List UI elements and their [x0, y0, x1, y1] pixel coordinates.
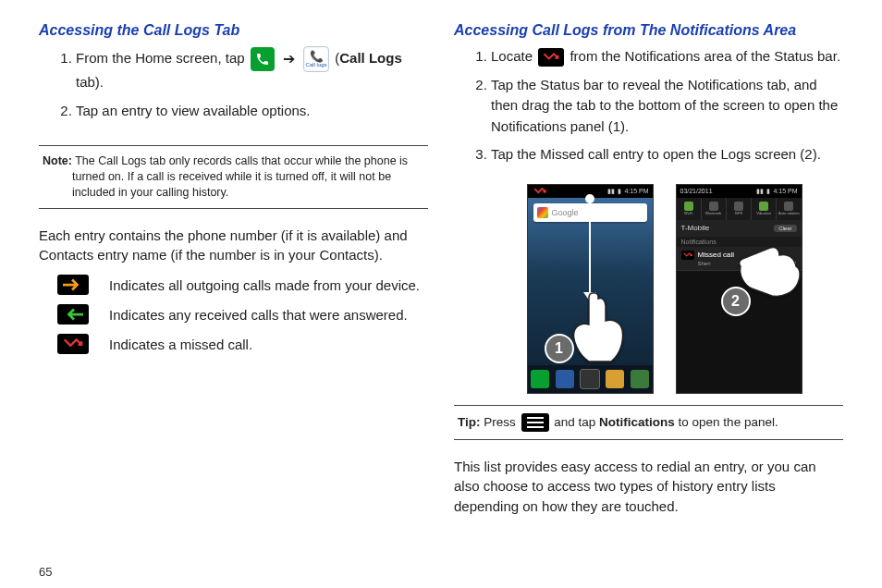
clear-button-mock: Clear: [774, 225, 796, 232]
toggle-autorotate: Auto rotation: [777, 198, 801, 220]
status-signal-icon: ▮▮: [607, 188, 615, 195]
status-missed-icon: [533, 187, 546, 196]
status-time-1: 4:15 PM: [624, 188, 648, 194]
divider: [454, 439, 843, 440]
legend-missed-text: Indicates a missed call.: [109, 334, 252, 354]
menu-hardkey-icon: [521, 413, 549, 432]
legend-received-text: Indicates any received calls that were a…: [109, 304, 408, 325]
dock-messaging-icon: [606, 370, 624, 388]
right-final-para: This list provides easy access to redial…: [454, 457, 843, 517]
step1-pre: From the Home screen, tap: [76, 50, 249, 66]
toggle-vibration: Vibration: [752, 198, 777, 220]
tip-mid: and tap: [551, 414, 600, 428]
left-para1: Each entry contains the phone number (if…: [39, 226, 428, 266]
left-steps-list: From the Home screen, tap ➔ 📞 Call logs …: [39, 46, 428, 129]
tip-block: Tip: Press and tap Notifications to open…: [454, 413, 843, 432]
left-step-2: Tap an entry to view available options.: [76, 101, 428, 122]
step1-post2: tab).: [76, 74, 104, 90]
legend-outgoing-text: Indicates all outgoing calls made from y…: [109, 275, 420, 295]
note-block: Note: The Call Logs tab only records cal…: [39, 153, 428, 201]
left-section-title: Accessing the Call Logs Tab: [39, 22, 428, 39]
note-body: turned on. If a call is received while i…: [43, 169, 424, 201]
missed-call-icon: [57, 334, 89, 354]
tip-bold: Notifications: [599, 414, 675, 428]
right-step-2: Tap the Status bar to reveal the Notific…: [491, 75, 843, 138]
left-column: Accessing the Call Logs Tab From the Hom…: [26, 22, 441, 579]
google-search-placeholder: Google: [552, 208, 579, 217]
status-bar-2: 03/21/2011 ▮▮ ▮ 4:15 PM: [677, 185, 802, 198]
toggle-gps: GPS: [727, 198, 752, 220]
legend-received: Indicates any received calls that were a…: [39, 304, 428, 325]
divider: [454, 405, 843, 406]
status-time-2: 4:15 PM: [773, 188, 797, 194]
carrier-label: T-Mobile: [681, 224, 710, 232]
figure-badge-1: 1: [545, 334, 574, 363]
note-label: Note:: [43, 154, 72, 167]
phone-screenshot-1: ▮▮ ▮ 4:15 PM Google: [527, 184, 654, 394]
note-first-line: The Call Logs tab only records calls tha…: [72, 154, 408, 167]
entry-missed-icon: [681, 251, 694, 260]
right-step-3: Tap the Missed call entry to open the Lo…: [491, 144, 843, 165]
left-step-1: From the Home screen, tap ➔ 📞 Call logs …: [76, 46, 428, 93]
legend-missed: Indicates a missed call.: [39, 334, 428, 354]
right-section-title: Accessing Call Logs from The Notificatio…: [454, 22, 843, 39]
page-number: 65: [39, 556, 428, 579]
carrier-row: T-Mobile Clear: [677, 220, 802, 237]
missed-sub-left: Sheri: [698, 261, 711, 266]
right-column: Accessing Call Logs from The Notificatio…: [441, 22, 856, 579]
manual-page: Accessing the Call Logs Tab From the Hom…: [0, 0, 882, 588]
toggle-bluetooth: Bluetooth: [702, 198, 727, 220]
call-logs-icon: 📞 Call logs: [303, 46, 329, 72]
phone-screenshot-2: 03/21/2011 ▮▮ ▮ 4:15 PM Wi-Fi Bluetooth …: [676, 184, 802, 394]
status-signal-icon: ▮▮: [756, 188, 764, 195]
missed-title: Missed call: [698, 251, 735, 259]
missed-call-status-icon: [538, 48, 564, 67]
arrow-right-icon: ➔: [283, 51, 295, 67]
figure-badge-2: 2: [721, 287, 751, 316]
received-call-icon: [57, 304, 89, 325]
right-steps-list: Locate from the Notifications area of th…: [454, 46, 843, 173]
rstep1-post: from the Notifications area of the Statu…: [570, 48, 840, 64]
divider: [39, 208, 428, 209]
dock-phone-icon: [531, 370, 549, 388]
outgoing-call-icon: [57, 275, 89, 295]
right-step-1: Locate from the Notifications area of th…: [491, 46, 843, 67]
divider: [39, 145, 428, 146]
drag-down-arrow-icon: [589, 198, 591, 300]
tip-pre: Press: [481, 414, 520, 428]
status-date-2: 03/21/2011: [680, 188, 713, 194]
tip-label: Tip:: [458, 414, 481, 428]
legend-outgoing: Indicates all outgoing calls made from y…: [39, 275, 428, 295]
toggle-wifi: Wi-Fi: [677, 198, 702, 220]
notifications-figure: ▮▮ ▮ 4:15 PM Google: [485, 184, 843, 394]
rstep1-pre: Locate: [491, 48, 536, 64]
dock-contacts-icon: [556, 370, 574, 388]
call-logs-icon-label: Call logs: [306, 62, 327, 67]
status-battery-icon: ▮: [618, 188, 621, 195]
step1-bold: Call Logs: [339, 50, 402, 66]
phone-app-icon: [251, 47, 275, 71]
google-logo-icon: [537, 207, 548, 218]
status-battery-icon: ▮: [766, 188, 770, 195]
quick-toggles-row: Wi-Fi Bluetooth GPS Vibration Auto rotat…: [677, 198, 802, 220]
dock-market-icon: [631, 370, 649, 388]
tip-post: to open the panel.: [675, 414, 778, 428]
